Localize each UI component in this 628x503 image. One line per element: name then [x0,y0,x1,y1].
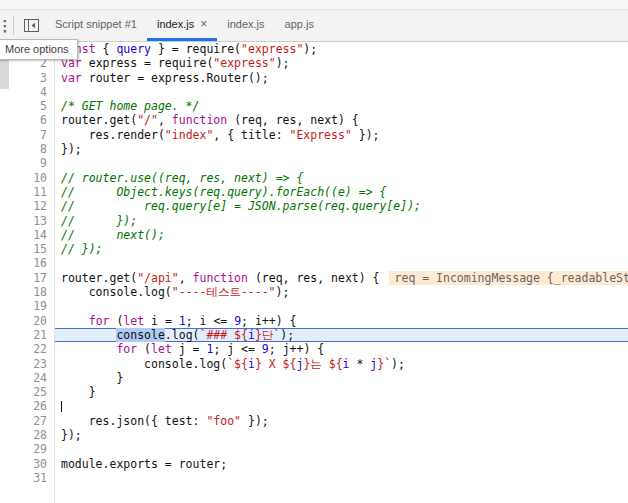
code-token: router = express.Router(); [82,71,269,85]
code-line-21[interactable]: console.log(`### ${i}단`); [55,328,628,342]
tab-label: app.js [285,18,314,30]
line-number[interactable]: 7 [0,128,54,142]
code-line-5[interactable]: /* GET home page. */ [55,99,628,113]
code-line-14[interactable]: // next(); [55,228,628,242]
code-line-24[interactable]: } [55,371,628,385]
code-token: // }); [61,214,137,228]
tab-script-snippet-1[interactable]: Script snippet #1 [45,10,147,41]
code-line-1[interactable]: const { query } = require("express"); [55,42,628,56]
code-line-31[interactable] [55,471,628,485]
line-number[interactable]: 20 [0,314,54,328]
line-number[interactable]: 13 [0,214,54,228]
line-number[interactable]: 27 [0,414,54,428]
code-token: ); [391,357,405,371]
code-token: ); [276,285,290,299]
code-line-2[interactable]: var express = require("express"); [55,56,628,70]
line-number[interactable]: 9 [0,156,54,170]
code-token: } [61,371,123,385]
line-number[interactable]: 10 [0,171,54,185]
line-number[interactable]: 26 [0,399,54,413]
code-line-30[interactable]: module.exports = router; [55,457,628,471]
code-token: i = [144,314,179,328]
code-line-8[interactable]: }); [55,142,628,156]
code-line-17[interactable]: router.get("/api", function (req, res, n… [55,271,628,285]
code-token: ( [109,314,123,328]
code-line-28[interactable]: }); [55,428,628,442]
code-token: "Express" [290,128,352,142]
code-token: let [151,342,172,356]
line-number[interactable]: 23 [0,357,54,371]
code-token: // Object.keys(req.query).forEach((e) =>… [61,185,386,199]
code-token: let [123,314,144,328]
code-line-20[interactable]: for (let i = 1; i <= 9; i++) { [55,314,628,328]
code-line-22[interactable]: for (let j = 1; j <= 9; j++) { [55,342,628,356]
code-line-27[interactable]: res.json({ test: "foo" }); [55,414,628,428]
code-token: } [61,385,96,399]
line-number[interactable]: 17 [0,271,54,285]
code-line-11[interactable]: // Object.keys(req.query).forEach((e) =>… [55,185,628,199]
tab-app-js[interactable]: app.js [275,10,324,41]
code-token: }단` [255,328,280,342]
line-number[interactable]: 30 [0,457,54,471]
code-line-10[interactable]: // router.use((req, res, next) => { [55,171,628,185]
line-number[interactable]: 24 [0,371,54,385]
line-number[interactable]: 15 [0,242,54,256]
line-number[interactable]: 5 [0,99,54,113]
tab-bar-top-strip [0,0,628,10]
code-line-25[interactable]: } [55,385,628,399]
devtools-sources-panel: ⋮ Script snippet #1index.js×index.jsapp.… [0,0,628,503]
line-number[interactable]: 16 [0,256,54,270]
code-token: /* GET home page. */ [61,99,199,113]
code-line-9[interactable] [55,156,628,170]
code-token: router.get( [61,113,137,127]
code-line-12[interactable]: // req.query[e] = JSON.parse(req.query[e… [55,199,628,213]
editor-tabs: Script snippet #1index.js×index.jsapp.js [45,10,324,41]
code-token: 1 [179,314,186,328]
more-options-button[interactable]: ⋮ [0,10,10,41]
line-number[interactable]: 19 [0,299,54,313]
hide-navigator-button[interactable] [17,10,45,41]
code-line-19[interactable] [55,299,628,313]
code-line-13[interactable]: // }); [55,214,628,228]
line-number[interactable]: 21 [0,328,54,342]
code-line-18[interactable]: console.log("----테스트----"); [55,285,628,299]
line-number[interactable]: 28 [0,428,54,442]
line-number[interactable]: 14 [0,228,54,242]
code-line-23[interactable]: console.log(`${i} X ${j}는 ${i * j}`); [55,357,628,371]
code-token: "/" [137,113,158,127]
code-line-3[interactable]: var router = express.Router(); [55,71,628,85]
code-token [61,342,116,356]
code-line-6[interactable]: router.get("/", function (req, res, next… [55,113,628,127]
toolbar-divider [13,16,14,35]
code-token: }); [352,128,380,142]
line-number[interactable]: 25 [0,385,54,399]
code-line-15[interactable]: // }); [55,242,628,256]
line-number[interactable]: 6 [0,113,54,127]
editor-tab-bar: ⋮ Script snippet #1index.js×index.jsapp.… [0,0,628,42]
code-token: { [96,42,117,56]
code-token: router.get( [61,271,137,285]
close-tab-icon[interactable]: × [200,17,207,31]
code-line-4[interactable] [55,85,628,99]
code-token: 9 [262,342,269,356]
code-token: // router.use((req, res, next) => { [61,171,303,185]
code-line-29[interactable] [55,442,628,456]
code-line-26[interactable] [55,399,628,413]
line-number[interactable]: 11 [0,185,54,199]
code-token: } = require( [151,42,241,56]
line-number[interactable]: 12 [0,199,54,213]
code-token: `### ${ [199,328,247,342]
tab-index-js[interactable]: index.js [217,10,274,41]
code-line-16[interactable] [55,256,628,270]
line-number[interactable]: 8 [0,142,54,156]
code-line-7[interactable]: res.render("index", { title: "Express" }… [55,128,628,142]
line-number[interactable]: 31 [0,471,54,485]
line-number[interactable]: 29 [0,442,54,456]
code-area[interactable]: const { query } = require("express");var… [55,42,628,503]
tab-row: ⋮ Script snippet #1index.js×index.jsapp.… [0,10,628,41]
line-number[interactable]: 22 [0,342,54,356]
tab-index-js[interactable]: index.js× [147,10,217,41]
hide-navigator-icon [24,19,39,32]
line-number[interactable]: 18 [0,285,54,299]
code-token: module.exports = router; [61,457,227,471]
